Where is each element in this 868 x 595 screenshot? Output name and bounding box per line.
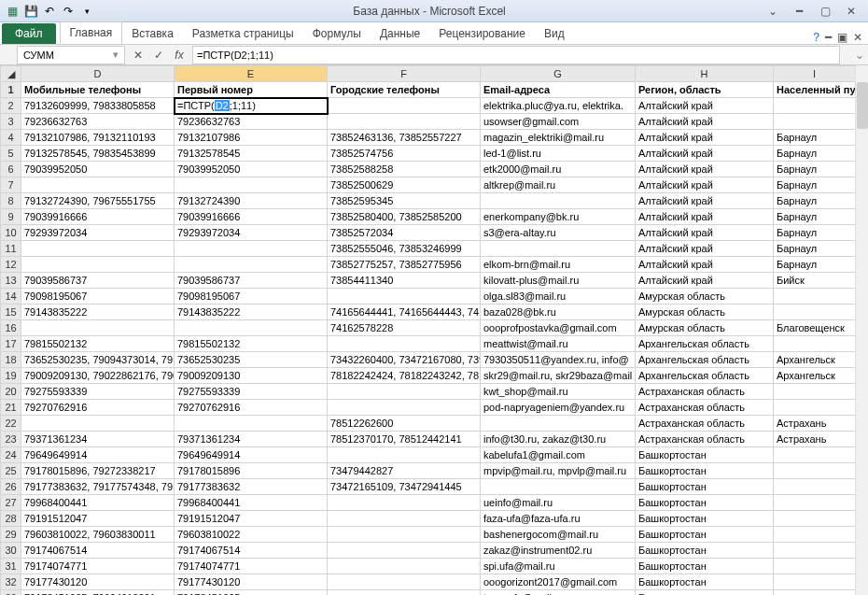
col-header-d[interactable]: D — [21, 66, 175, 82]
row-header[interactable]: 24 — [1, 447, 21, 463]
cell[interactable]: 79174067514 — [175, 543, 328, 559]
formula-bar[interactable]: =ПСТР(D2;1;11) — [192, 46, 840, 64]
cell[interactable]: 79236632763 — [175, 114, 328, 130]
cell[interactable]: 79236632763 — [21, 114, 175, 130]
cell[interactable]: Астраханская область — [636, 384, 774, 400]
cell[interactable]: Башкортостан — [636, 527, 774, 543]
row-header[interactable]: 21 — [1, 400, 21, 416]
row-header[interactable]: 30 — [1, 543, 21, 559]
cell[interactable]: info@t30.ru, zakaz@t30.ru — [481, 432, 636, 447]
cell[interactable]: 79098195067 — [21, 289, 175, 305]
cell[interactable]: enerkompany@bk.ru — [481, 209, 636, 225]
tab-review[interactable]: Рецензирование — [429, 23, 535, 44]
cell[interactable]: skr29@mail.ru, skr29baza@mail — [481, 368, 636, 384]
cell[interactable]: 79603810022 — [175, 527, 328, 543]
cell[interactable]: Барнаул — [774, 193, 856, 209]
cell[interactable]: oooprofpostavka@gmail.com — [481, 320, 636, 336]
accept-formula-icon[interactable]: ✓ — [151, 49, 166, 62]
cell[interactable]: 74162578228 — [328, 320, 481, 336]
cell[interactable] — [21, 177, 175, 193]
cell[interactable]: 79143835222 — [21, 305, 175, 320]
cell[interactable]: Алтайский край — [636, 130, 774, 146]
cell[interactable]: Алтайский край — [636, 114, 774, 130]
spreadsheet-grid[interactable]: ◢ D E F G H I 1Мобильные телефоныПервый … — [0, 65, 856, 595]
cell[interactable]: Бийск — [774, 273, 856, 289]
cell[interactable] — [774, 527, 856, 543]
cell[interactable]: Архангельская область — [636, 352, 774, 368]
cell[interactable]: Архангельская область — [636, 368, 774, 384]
cell[interactable]: 73432260400, 73472167080, 7391 — [328, 352, 481, 368]
cell[interactable]: 73852500629 — [328, 177, 481, 193]
tab-home[interactable]: Главная — [60, 21, 123, 44]
cell[interactable] — [774, 590, 856, 596]
cell[interactable]: 73652530235 — [175, 352, 328, 368]
row-header[interactable]: 9 — [1, 209, 21, 225]
tab-insert[interactable]: Вставка — [122, 23, 183, 44]
cell[interactable]: Башкортостан — [636, 479, 774, 495]
cell[interactable]: 73652530235, 79094373014, 7915 — [21, 352, 175, 368]
cell[interactable]: elektrika.pluc@ya.ru, elektrika. — [481, 98, 636, 114]
cell[interactable]: 73852572034 — [328, 225, 481, 241]
cell[interactable]: Астрахань — [774, 416, 856, 432]
cell[interactable]: 73854411340 — [328, 273, 481, 289]
cell[interactable]: 79177383632 — [175, 479, 328, 495]
cell[interactable]: Архангельск — [774, 368, 856, 384]
doc-close-icon[interactable]: ✕ — [853, 31, 862, 44]
cell[interactable] — [21, 416, 175, 432]
col-header-g[interactable]: G — [481, 66, 636, 82]
cell[interactable]: 79275593339 — [21, 384, 175, 400]
col-header-f[interactable]: F — [328, 66, 481, 82]
cell[interactable] — [175, 320, 328, 336]
cell[interactable]: Барнаул — [774, 130, 856, 146]
minimize-ribbon-icon[interactable]: ⌄ — [763, 4, 782, 19]
cell[interactable]: 79173451965 — [175, 590, 328, 596]
cell[interactable] — [328, 543, 481, 559]
row-header[interactable]: 8 — [1, 193, 21, 209]
cell[interactable] — [481, 416, 636, 432]
row-header[interactable]: 19 — [1, 368, 21, 384]
cell[interactable]: Городские телефоны — [328, 82, 481, 98]
close-icon[interactable]: ✕ — [842, 4, 861, 19]
chevron-down-icon[interactable]: ▾ — [113, 49, 119, 61]
cell[interactable] — [328, 495, 481, 511]
cell[interactable]: Алтайский край — [636, 225, 774, 241]
cell[interactable]: 78182242424, 78182243242, 7818 — [328, 368, 481, 384]
file-tab[interactable]: Файл — [2, 23, 56, 44]
row-header[interactable]: 22 — [1, 416, 21, 432]
cell[interactable]: spi.ufa@mail.ru — [481, 559, 636, 574]
cell[interactable]: faza-ufa@faza-ufa.ru — [481, 511, 636, 527]
cell[interactable]: 73852463136, 73852557227 — [328, 130, 481, 146]
cell[interactable]: 79132724390, 79675551755 — [21, 193, 175, 209]
col-header-h[interactable]: H — [636, 66, 774, 82]
cell[interactable] — [21, 320, 175, 336]
cell[interactable] — [774, 98, 856, 114]
cell[interactable] — [774, 543, 856, 559]
cell[interactable]: Барнаул — [774, 209, 856, 225]
cell[interactable]: zakaz@instrument02.ru — [481, 543, 636, 559]
cell[interactable] — [328, 590, 481, 596]
active-cell[interactable]: =ПСТР(D2;1;11) — [175, 98, 328, 114]
undo-icon[interactable]: ↶ — [41, 3, 58, 20]
cell[interactable]: 79815502132 — [175, 336, 328, 352]
cell[interactable]: Алтайский край — [636, 273, 774, 289]
cell[interactable]: Барнаул — [774, 241, 856, 257]
cell[interactable]: Архангельск — [774, 352, 856, 368]
cell[interactable] — [481, 241, 636, 257]
row-header[interactable]: 17 — [1, 336, 21, 352]
cell[interactable]: 73852580400, 73852585200 — [328, 209, 481, 225]
cell[interactable]: Башкортостан — [636, 559, 774, 574]
cell[interactable]: 79174074771 — [21, 559, 175, 574]
cell[interactable]: bashenergocom@mail.ru — [481, 527, 636, 543]
cell[interactable]: kabelufa1@gmail.com — [481, 447, 636, 463]
cell[interactable]: Башкортостан — [636, 447, 774, 463]
cell[interactable]: 73852588258 — [328, 162, 481, 177]
cell[interactable]: 79039586737 — [175, 273, 328, 289]
cell[interactable]: elkom-brn@mail.ru — [481, 257, 636, 273]
cell[interactable]: 78512262600 — [328, 416, 481, 432]
cell[interactable]: baza028@bk.ru — [481, 305, 636, 320]
cell[interactable]: altkrep@mail.ru — [481, 177, 636, 193]
cell[interactable]: 79815502132 — [21, 336, 175, 352]
row-header[interactable]: 18 — [1, 352, 21, 368]
row-header[interactable]: 33 — [1, 590, 21, 596]
row-header[interactable]: 11 — [1, 241, 21, 257]
